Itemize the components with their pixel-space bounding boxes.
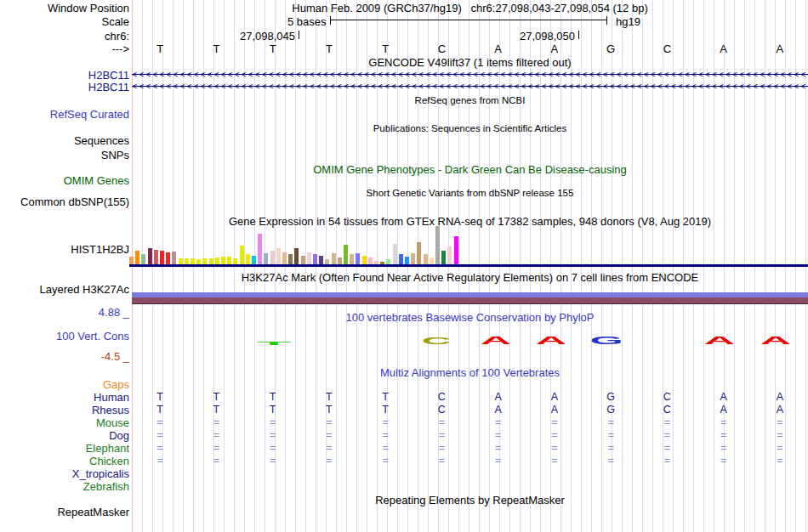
gtex-bar-29[interactable] [307,252,311,264]
gtex-bar-50[interactable] [435,226,440,264]
multiz-row-label-x_tropicalis[interactable]: X_tropicalis [0,467,129,480]
gtex-bar-17[interactable] [233,258,237,264]
gtex-bar-33[interactable] [332,253,336,264]
gtex-bar-24[interactable] [276,248,281,264]
gtex-bar-47[interactable] [417,242,421,264]
sequence-base-2: T [270,42,276,55]
multiz-cell-mouse-0: = [156,416,162,428]
track-title-gencode[interactable]: GENCODE V49lift37 (1 items filtered out) [132,56,808,69]
gtex-bar-48[interactable] [424,254,428,264]
gtex-bar-36[interactable] [350,254,354,264]
track-label-layered-h3k27ac[interactable]: Layered H3K27Ac [0,283,129,296]
multiz-row-label-zebrafish[interactable]: Zebrafish [0,480,129,493]
gtex-bar-37[interactable] [356,253,360,264]
track-label-dbsnp[interactable]: Common dbSNP(155) [0,195,129,208]
multiz-row-label-chicken[interactable]: Chicken [0,455,129,467]
gene-label-h2bc11-1[interactable]: H2BC11 [0,69,129,82]
gtex-bar-25[interactable] [282,252,287,264]
gene-strand-arrows-2[interactable]: <<<<<<<<<<<<<<<<<<<<<<<<<<<<<<<<<<<<<<<<… [132,82,808,91]
gtex-bar-1[interactable] [135,251,139,264]
gtex-bar-10[interactable] [191,258,195,264]
track-label-refseq-curated[interactable]: RefSeq Curated [0,108,129,121]
gtex-bar-19[interactable] [246,254,250,264]
track-title-dbsnp[interactable]: Short Genetic Variants from dbSNP releas… [132,188,808,198]
gtex-bar-22[interactable] [264,253,268,264]
multiz-cell-chicken-8: = [607,455,613,467]
gtex-bar-45[interactable] [405,257,409,264]
scale-bases-text: 5 bases [287,15,326,28]
multiz-row-label-human[interactable]: Human [0,391,129,404]
gtex-bar-51[interactable] [441,251,446,264]
multiz-row-label-elephant[interactable]: Elephant [0,442,129,455]
gtex-bar-0[interactable] [129,257,134,264]
gtex-bar-44[interactable] [399,254,403,264]
gtex-bar-16[interactable] [227,257,231,264]
multiz-row-label-gaps[interactable]: Gaps [0,378,129,391]
gtex-bar-31[interactable] [319,256,323,264]
gtex-bar-30[interactable] [313,254,317,264]
phylop-letter-2[interactable]: A [481,336,511,346]
gtex-bar-43[interactable] [393,244,397,264]
gtex-bar-9[interactable] [185,258,189,264]
track-title-repeatmasker[interactable]: Repeating Elements by RepeatMasker [132,494,808,507]
gene-strand-arrows-1[interactable]: <<<<<<<<<<<<<<<<<<<<<<<<<<<<<<<<<<<<<<<<… [132,70,808,79]
gtex-bar-7[interactable] [172,252,176,264]
track-label-100-vert-cons[interactable]: 100 Vert. Cons [0,330,129,342]
gtex-bar-35[interactable] [344,245,348,264]
multiz-row-label-rhesus[interactable]: Rhesus [0,404,129,416]
phylop-letter-1[interactable]: C [422,337,452,346]
multiz-cell-elephant-2: = [270,442,276,454]
gtex-bar-38[interactable] [362,256,367,264]
phylop-letter-0[interactable]: T [257,341,291,346]
multiz-cell-rhesus-0: T [156,404,163,416]
gtex-bar-3[interactable] [148,248,152,264]
multiz-cell-elephant-8: = [607,442,613,454]
track-title-h3k27ac[interactable]: H3K27Ac Mark (Often Found Near Active Re… [132,271,808,284]
gtex-bar-13[interactable] [209,258,213,264]
conservation-max-value: 4.88 _ [0,306,129,319]
track-label-omim-genes[interactable]: OMIM Genes [0,174,129,187]
gtex-bar-27[interactable] [294,248,299,264]
gtex-bar-52[interactable] [447,246,452,264]
track-title-omim[interactable]: OMIM Gene Phenotypes - Dark Green Can Be… [132,163,808,176]
gtex-bar-4[interactable] [154,250,158,264]
gtex-bar-14[interactable] [215,258,219,264]
phylop-letter-4[interactable]: G [589,335,623,346]
phylop-letter-5[interactable]: A [704,336,735,346]
gtex-bar-20[interactable] [252,256,256,264]
gtex-bar-28[interactable] [301,256,305,264]
track-label-snps[interactable]: SNPs [0,149,129,161]
gtex-bar-15[interactable] [221,257,225,264]
multiz-cell-human-8: G [606,391,615,403]
track-title-refseq[interactable]: RefSeq genes from NCBI [132,95,808,105]
track-label-repeatmasker[interactable]: RepeatMasker [0,506,129,518]
track-title-gtex[interactable]: Gene Expression in 54 tissues from GTEx … [132,215,808,228]
gtex-bar-8[interactable] [179,258,183,264]
gene-label-h2bc11-2[interactable]: H2BC11 [0,81,129,93]
gtex-bar-49[interactable] [430,258,434,264]
gtex-bar-2[interactable] [141,254,145,264]
h3k27ac-band-bottom-layer[interactable] [132,297,808,304]
track-title-multiz[interactable]: Multiz Alignments of 100 Vertebrates [132,366,808,379]
track-title-conservation[interactable]: 100 vertebrates Basewise Conservation by… [132,311,808,324]
gtex-bar-5[interactable] [160,251,164,264]
track-title-publications[interactable]: Publications: Sequences in Scientific Ar… [132,123,808,133]
gtex-bar-21[interactable] [258,234,262,264]
multiz-cell-dog-10: = [720,429,726,441]
multiz-row-label-mouse[interactable]: Mouse [0,416,129,429]
gtex-bar-18[interactable] [240,246,244,264]
track-label-hist1h2bj[interactable]: HIST1H2BJ [0,243,129,256]
track-label-sequences[interactable]: Sequences [0,134,129,147]
gtex-bar-23[interactable] [270,251,275,264]
gtex-bar-53[interactable] [454,236,458,264]
gtex-bar-46[interactable] [411,253,415,264]
phylop-letter-3[interactable]: A [536,336,566,346]
gtex-bar-12[interactable] [202,258,207,264]
gtex-bar-34[interactable] [338,258,342,264]
phylop-letter-6[interactable]: A [760,336,791,346]
gtex-bar-39[interactable] [368,258,373,264]
multiz-row-label-dog[interactable]: Dog [0,429,129,442]
gtex-bar-6[interactable] [166,252,170,264]
gtex-bar-26[interactable] [288,254,293,264]
multiz-cell-dog-11: = [777,429,782,441]
